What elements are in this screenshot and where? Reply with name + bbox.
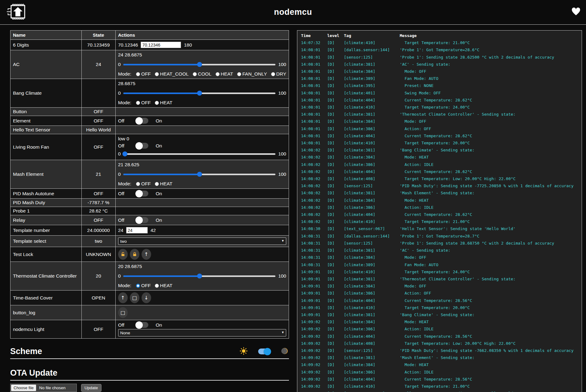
- radio-icon[interactable]: [136, 72, 140, 76]
- update-button[interactable]: Update: [81, 384, 101, 392]
- down-button[interactable]: ↓: [142, 292, 151, 303]
- slider[interactable]: 0100: [118, 171, 286, 177]
- radio-option[interactable]: HEAT_COOL: [155, 71, 189, 77]
- radio-icon[interactable]: [155, 101, 159, 105]
- log-message: Mode: OFF: [400, 283, 578, 290]
- slider-track[interactable]: [123, 153, 275, 155]
- stop-button[interactable]: □: [130, 292, 139, 303]
- log-time: 14:09:02: [301, 376, 327, 383]
- action-text: 70.12346: [118, 42, 138, 48]
- entity-name: Button: [10, 108, 82, 116]
- radio-option[interactable]: FAN_ONLY: [237, 71, 267, 77]
- toggle-off-label: Off: [118, 322, 136, 328]
- log-panel[interactable]: Time level Tag Message 14:07:32[D][clima…: [297, 30, 582, 392]
- scheme-toggle[interactable]: [258, 349, 270, 354]
- toggle-row: OffOn: [118, 191, 162, 196]
- log-level: [D]: [327, 61, 344, 68]
- radio-icon[interactable]: [136, 182, 140, 186]
- log-message: Action: OFF: [400, 290, 578, 297]
- slider-thumb[interactable]: [197, 274, 202, 279]
- radio-option[interactable]: OFF: [136, 71, 151, 77]
- slider-thumb[interactable]: [197, 172, 202, 177]
- button-group: ↑: [118, 249, 151, 260]
- radio-option[interactable]: OFF: [136, 283, 151, 288]
- log-time: 14:08:02: [301, 168, 327, 175]
- unlock-button[interactable]: [118, 249, 128, 260]
- toggle-knob: [135, 142, 143, 150]
- slider[interactable]: 0100: [118, 90, 286, 96]
- select[interactable]: None: [118, 329, 286, 336]
- radio-option[interactable]: OFF: [136, 181, 151, 187]
- toggle-switch[interactable]: [136, 143, 148, 149]
- lock-button[interactable]: [130, 249, 139, 260]
- entity-name: Living Room Fan: [10, 134, 82, 160]
- log-tag: [climate:381]: [344, 61, 400, 68]
- radio-icon[interactable]: [155, 182, 159, 186]
- radio-option[interactable]: HEAT: [155, 283, 172, 288]
- radio-icon[interactable]: [216, 72, 220, 76]
- slider-thumb[interactable]: [197, 62, 202, 67]
- slider-track[interactable]: [123, 93, 275, 94]
- entities-table: Name State Actions 6 Digits70.12345970.1…: [10, 30, 289, 339]
- radio-option[interactable]: HEAT: [155, 100, 172, 105]
- stop-button[interactable]: □: [118, 307, 128, 318]
- action-line: 0100: [118, 150, 286, 158]
- radio-icon[interactable]: [237, 72, 241, 76]
- toggle-switch[interactable]: [136, 191, 148, 196]
- slider[interactable]: 0100: [118, 151, 286, 157]
- radio-option[interactable]: DRY: [271, 71, 286, 77]
- radio-option[interactable]: OFF: [136, 100, 151, 105]
- slider-track[interactable]: [123, 64, 275, 65]
- choose-file-button[interactable]: Choose file: [11, 385, 36, 391]
- table-row: Bang Climate28.68750100Mode:OFFHEAT: [10, 79, 289, 108]
- toggle-knob: [135, 190, 143, 197]
- radio-option[interactable]: HEAT: [155, 181, 172, 187]
- log-level: [D]: [327, 361, 344, 368]
- log-level: [D]: [327, 369, 344, 376]
- entity-actions: □: [115, 305, 289, 320]
- entity-name: button_log: [10, 305, 82, 320]
- log-level: [D]: [327, 182, 344, 189]
- slider-thumb[interactable]: [197, 91, 202, 96]
- entity-actions: OffOnNone▼: [115, 320, 289, 339]
- entity-actions: ↑□↓: [115, 291, 289, 305]
- value-input[interactable]: [126, 227, 148, 233]
- radio-icon[interactable]: [271, 72, 275, 76]
- log-time: 14:08:01: [301, 54, 327, 61]
- up-button[interactable]: ↑: [118, 292, 128, 303]
- value-input[interactable]: [141, 42, 181, 48]
- slider-track[interactable]: [123, 275, 275, 277]
- entity-state: 24: [81, 50, 115, 79]
- radio-icon[interactable]: [136, 101, 140, 105]
- heart-icon[interactable]: [572, 7, 580, 17]
- file-input[interactable]: Choose file No file chosen: [10, 384, 77, 392]
- toggle-switch[interactable]: [136, 322, 148, 328]
- select[interactable]: two: [118, 237, 286, 245]
- slider-track[interactable]: [123, 174, 275, 175]
- action-text: 21 28.625: [118, 162, 139, 167]
- log-time: 14:09:30: [301, 390, 327, 392]
- toggle-switch[interactable]: [136, 217, 148, 223]
- action-lines: 2442: [118, 226, 286, 234]
- select-dropdown[interactable]: None▼: [118, 329, 286, 336]
- radio-icon[interactable]: [155, 284, 159, 288]
- log-level: [D]: [327, 118, 344, 125]
- radio-icon[interactable]: [136, 284, 140, 288]
- log-tag: [climate:384]: [344, 318, 400, 325]
- slider[interactable]: 0100: [118, 62, 286, 67]
- radio-icon[interactable]: [193, 72, 197, 76]
- log-message: Target Temperature: 21.00°C: [400, 39, 578, 46]
- up-button[interactable]: ↑: [142, 249, 151, 260]
- action-line: ↑□↓: [118, 292, 286, 303]
- log-message: Target Temperature: 20.00°C: [400, 139, 578, 146]
- radio-option[interactable]: COOL: [193, 71, 212, 77]
- radio-option[interactable]: HEAT: [216, 71, 233, 77]
- action-lines: ↑: [118, 248, 286, 260]
- entity-actions: OffOn: [115, 215, 289, 225]
- select-dropdown[interactable]: two▼: [118, 237, 286, 245]
- radio-icon[interactable]: [155, 72, 159, 76]
- slider-min-label: 0: [118, 171, 121, 177]
- slider-thumb[interactable]: [122, 151, 127, 156]
- slider[interactable]: 0100: [118, 273, 286, 279]
- toggle-switch[interactable]: [136, 118, 148, 124]
